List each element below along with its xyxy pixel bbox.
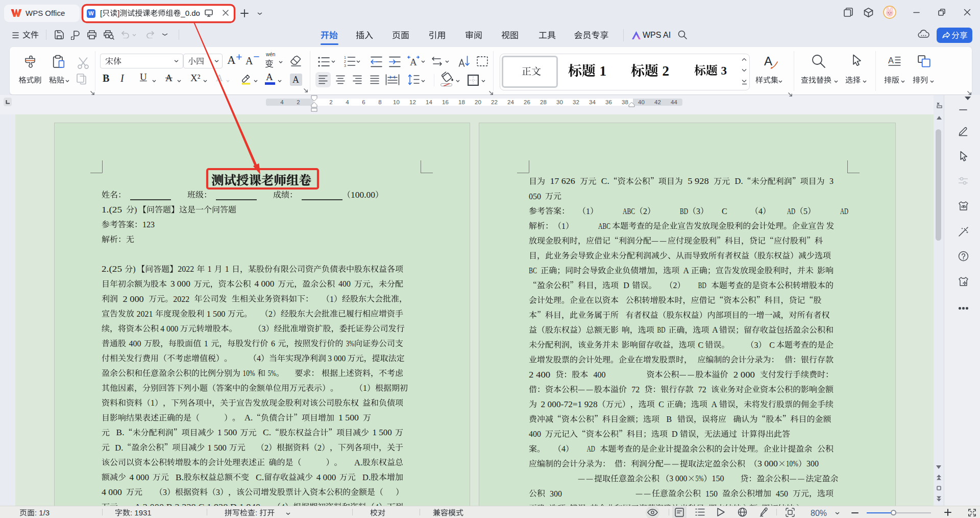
svg-text:A: A bbox=[410, 57, 417, 67]
svg-text:A: A bbox=[888, 56, 894, 65]
svg-text:1: 1 bbox=[344, 56, 346, 59]
svg-text:2: 2 bbox=[344, 60, 346, 63]
svg-text:3: 3 bbox=[344, 64, 346, 67]
